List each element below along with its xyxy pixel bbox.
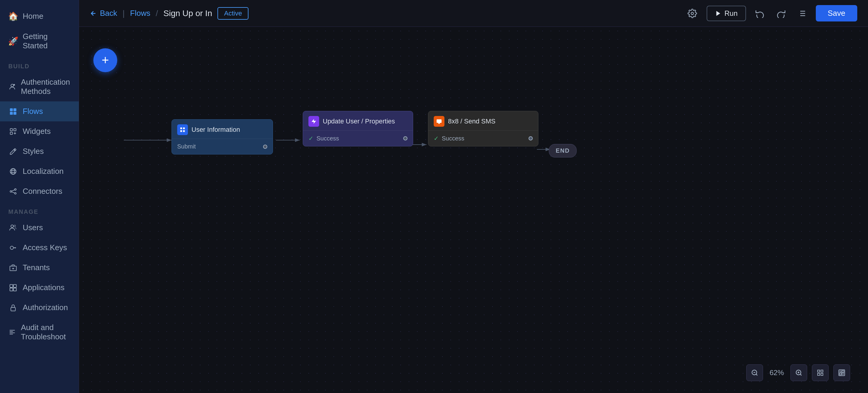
svg-rect-47	[183, 128, 185, 129]
run-button[interactable]: Run	[707, 6, 746, 21]
node-update-title: Update User / Properties	[323, 118, 395, 125]
section-label-manage: Manage	[0, 201, 79, 218]
sidebar-item-users[interactable]: Users	[0, 218, 79, 238]
svg-rect-2	[10, 108, 13, 111]
save-button[interactable]: Save	[816, 5, 857, 22]
node-sms-success-row: ✓ Success	[428, 131, 538, 146]
svg-point-33	[691, 12, 693, 14]
connectors-icon	[8, 188, 18, 195]
svg-point-20	[10, 246, 13, 249]
svg-rect-4	[10, 112, 13, 115]
back-button[interactable]: Back	[90, 9, 117, 18]
svg-rect-27	[13, 288, 17, 291]
back-label: Back	[100, 9, 117, 18]
sidebar-item-widgets[interactable]: Widgets	[0, 121, 79, 141]
svg-point-18	[11, 225, 13, 228]
svg-rect-5	[13, 112, 17, 115]
svg-rect-62	[821, 373, 823, 375]
node-icon-orange	[434, 116, 444, 127]
sidebar-item-connectors[interactable]: Connectors	[0, 181, 79, 201]
widgets-icon	[8, 128, 18, 135]
svg-point-13	[10, 191, 12, 192]
sidebar-item-audit-troubleshoot[interactable]: Audit and Troubleshoot	[0, 318, 79, 347]
sidebar-item-access-keys[interactable]: Access Keys	[0, 238, 79, 258]
node-update-user[interactable]: Update User / Properties ✓ Success	[303, 111, 413, 146]
zoom-fit-button[interactable]	[812, 364, 829, 381]
node-sms[interactable]: 8x8 / Send SMS ✓ Success	[428, 111, 538, 146]
sidebar-item-label: Applications	[23, 283, 64, 292]
sidebar-item-localization[interactable]: Localization	[0, 161, 79, 181]
key-icon	[8, 244, 18, 252]
node-success-row: ✓ Success	[303, 131, 413, 146]
sidebar-item-label: Audit and Troubleshoot	[21, 323, 70, 341]
undo-icon	[755, 9, 765, 18]
run-label: Run	[724, 9, 738, 18]
svg-line-53	[756, 374, 757, 375]
building-icon	[8, 264, 18, 272]
topbar: Back | Flows / Sign Up or In Active Run	[79, 0, 868, 27]
sidebar-item-getting-started[interactable]: 🚀 Getting Started	[0, 27, 79, 56]
svg-rect-60	[821, 370, 823, 372]
sidebar-item-label: Access Keys	[23, 243, 67, 252]
add-node-button[interactable]: +	[93, 48, 117, 72]
zoom-out-button[interactable]	[746, 364, 763, 381]
sidebar-item-tenants[interactable]: Tenants	[0, 258, 79, 277]
breadcrumb-flows[interactable]: Flows	[130, 9, 150, 18]
sidebar-item-flows[interactable]: Flows	[0, 101, 79, 121]
svg-line-16	[12, 190, 14, 191]
globe-icon	[8, 168, 18, 175]
node-icon-blue	[177, 124, 188, 135]
sidebar-item-label: Tenants	[23, 263, 50, 272]
pen-icon	[8, 148, 18, 155]
plus-icon: +	[102, 54, 109, 66]
undo-button[interactable]	[753, 6, 767, 20]
svg-rect-67	[842, 373, 844, 375]
zoom-minimap-button[interactable]	[833, 364, 850, 381]
sort-button[interactable]	[795, 6, 809, 20]
redo-button[interactable]	[774, 6, 788, 20]
node-submit-row: Submit	[172, 139, 273, 154]
back-arrow-icon	[90, 10, 97, 17]
svg-marker-50	[312, 119, 316, 124]
main-content: Back | Flows / Sign Up or In Active Run	[79, 0, 868, 393]
svg-point-14	[14, 189, 16, 190]
flow-canvas[interactable]: +	[79, 27, 868, 393]
node-user-information[interactable]: User Information Submit	[172, 119, 273, 155]
success-label: Success	[316, 135, 339, 142]
svg-rect-49	[183, 130, 185, 132]
success-check-icon: ✓	[308, 135, 313, 142]
sidebar-item-label: Flows	[23, 107, 43, 116]
sidebar-item-authentication-methods[interactable]: Authentication Methods	[0, 72, 79, 101]
users-icon	[8, 224, 18, 232]
redo-icon	[776, 9, 785, 18]
sidebar-item-label: Styles	[23, 147, 44, 156]
svg-rect-48	[181, 130, 182, 132]
sidebar-item-label: Connectors	[23, 187, 62, 196]
node-sms-title: 8x8 / Send SMS	[448, 118, 495, 125]
svg-rect-26	[10, 288, 13, 291]
apps-icon	[8, 284, 18, 292]
svg-rect-61	[817, 373, 820, 375]
sidebar-item-styles[interactable]: Styles	[0, 141, 79, 161]
svg-rect-59	[817, 370, 820, 372]
svg-rect-64	[840, 371, 841, 372]
svg-marker-34	[716, 11, 720, 16]
play-icon	[715, 10, 721, 17]
sidebar-item-authorization[interactable]: Authorization	[0, 298, 79, 318]
svg-rect-6	[10, 129, 12, 131]
section-label-build: Build	[0, 56, 79, 72]
svg-point-0	[11, 84, 14, 87]
sidebar-item-home[interactable]: 🏠 Home	[0, 6, 79, 27]
svg-rect-28	[11, 307, 15, 311]
settings-button[interactable]	[685, 6, 700, 21]
sidebar-item-applications[interactable]: Applications	[0, 277, 79, 298]
breadcrumb-slash: /	[156, 9, 158, 18]
svg-rect-46	[181, 128, 182, 129]
svg-point-9	[10, 168, 16, 174]
active-badge: Active	[217, 7, 248, 20]
topbar-right: Run	[685, 5, 857, 22]
zoom-in-button[interactable]	[790, 364, 807, 381]
sms-success-dot	[529, 136, 533, 140]
node-user-info-title: User Information	[191, 126, 240, 134]
sms-success-icon: ✓	[434, 135, 439, 142]
